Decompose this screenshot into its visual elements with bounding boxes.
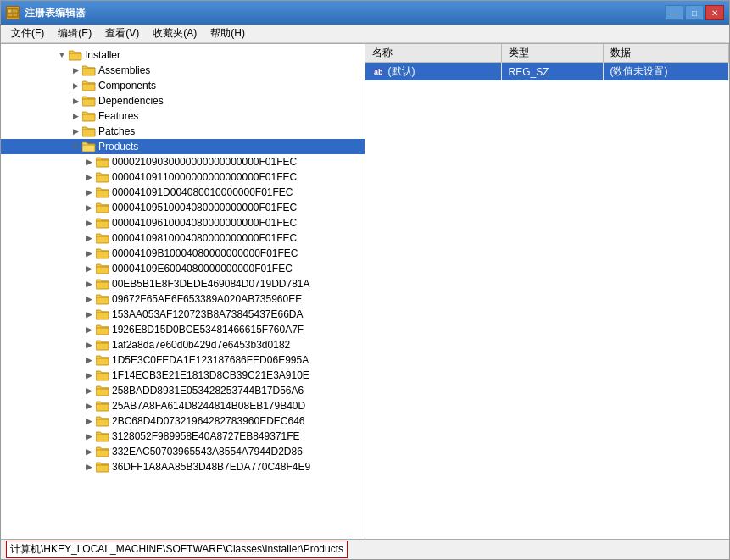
folder-icon-product-9 (96, 293, 109, 305)
folder-icon-product-4 (96, 217, 109, 229)
product-items-container: ▶ 00002109030000000000000000F01FEC ▶ 000… (1, 154, 365, 474)
tree-item-product-20[interactable]: ▶ 36DFF1A8AA85B3D48B7EDA770C48F4E9 (1, 459, 365, 474)
expander-product-16[interactable]: ▶ (82, 398, 96, 413)
tree-item-product-14[interactable]: ▶ 1F14ECB3E21E1813D8CB39C21E3A910E (1, 368, 365, 383)
expander-product-15[interactable]: ▶ (82, 383, 96, 398)
expander-product-14[interactable]: ▶ (82, 368, 96, 383)
folder-icon-product-14 (96, 369, 109, 381)
expander-products[interactable]: ▼ (69, 139, 82, 154)
expander-product-12[interactable]: ▶ (82, 337, 96, 352)
col-name: 名称 (365, 44, 501, 63)
expander-assemblies[interactable]: ▶ (69, 63, 82, 78)
expander-product-7[interactable]: ▶ (82, 261, 96, 276)
expander-features[interactable]: ▶ (69, 108, 82, 124)
col-data: 数据 (603, 44, 729, 63)
tree-item-dependencies[interactable]: ▶ Dependencies (1, 93, 365, 108)
tree-label-product-10: 153AA053AF120723B8A73845437E66DA (112, 308, 304, 320)
tree-item-product-10[interactable]: ▶ 153AA053AF120723B8A73845437E66DA (1, 307, 365, 322)
tree-label-product-5: 00004109810004080000000000F01FEC (112, 232, 297, 244)
tree-label-installer: Installer (85, 49, 120, 61)
expander-dependencies[interactable]: ▶ (69, 93, 82, 108)
tree-label-assemblies: Assemblies (98, 64, 150, 76)
reg-data: (数值未设置) (603, 63, 729, 81)
tree-item-product-1[interactable]: ▶ 00004109110000000000000000F01FEC (1, 169, 365, 185)
folder-icon-product-15 (96, 385, 109, 396)
tree-item-product-4[interactable]: ▶ 00004109610004080000000000F01FEC (1, 215, 365, 230)
tree-label-product-14: 1F14ECB3E21E1813D8CB39C21E3A910E (112, 369, 309, 381)
expander-product-9[interactable]: ▶ (82, 291, 96, 307)
expander-product-10[interactable]: ▶ (82, 307, 96, 322)
tree-item-product-0[interactable]: ▶ 00002109030000000000000000F01FEC (1, 154, 365, 169)
expander-installer[interactable]: ▼ (55, 47, 69, 63)
tree-item-product-11[interactable]: ▶ 1926E8D15D0BCE53481466615F760A7F (1, 322, 365, 337)
window-title: 注册表编辑器 (25, 6, 86, 20)
expander-product-17[interactable]: ▶ (82, 413, 96, 429)
expander-product-0[interactable]: ▶ (82, 154, 96, 169)
tree-item-product-13[interactable]: ▶ 1D5E3C0FEDA1E123187686FED06E995A (1, 352, 365, 368)
folder-icon-products (82, 141, 96, 152)
folder-icon-patches (82, 125, 96, 137)
reg-type: REG_SZ (501, 63, 603, 81)
folder-icon-product-6 (96, 247, 109, 259)
tree-label-components: Components (98, 80, 156, 91)
tree-label-product-9: 09672F65AE6F653389A020AB735960EE (112, 293, 302, 305)
maximize-button[interactable]: □ (685, 5, 704, 20)
folder-icon-product-0 (96, 156, 109, 168)
menu-item-查看V[interactable]: 查看(V) (98, 25, 146, 42)
tree-label-product-0: 00002109030000000000000000F01FEC (112, 156, 297, 168)
tree-item-features[interactable]: ▶ Features (1, 108, 365, 124)
tree-item-product-7[interactable]: ▶ 00004109E6004080000000000F01FEC (1, 261, 365, 276)
expander-product-2[interactable]: ▶ (82, 185, 96, 200)
close-button[interactable]: ✕ (705, 5, 724, 20)
main-content: ▼ Installer ▶ (1, 43, 729, 539)
tree-item-product-6[interactable]: ▶ 00004109B10004080000000000F01FEC (1, 246, 365, 261)
tree-item-product-19[interactable]: ▶ 332EAC50703965543A8554A7944D2D86 (1, 444, 365, 459)
tree-panel[interactable]: ▼ Installer ▶ (1, 44, 365, 539)
tree-item-product-18[interactable]: ▶ 3128052F989958E40A8727EB849371FE (1, 429, 365, 444)
tree-item-patches[interactable]: ▶ Patches (1, 124, 365, 139)
registry-table: 名称 类型 数据 ab (默认) REG_SZ (365, 44, 729, 80)
menu-item-帮助H[interactable]: 帮助(H) (203, 25, 252, 42)
tree-item-product-2[interactable]: ▶ 000041091D004080010000000F01FEC (1, 185, 365, 200)
expander-product-20[interactable]: ▶ (82, 459, 96, 474)
expander-product-1[interactable]: ▶ (82, 169, 96, 185)
expander-product-3[interactable]: ▶ (82, 200, 96, 215)
menu-item-文件F[interactable]: 文件(F) (4, 25, 51, 42)
tree-item-products[interactable]: ▼ Products (1, 139, 365, 154)
expander-product-5[interactable]: ▶ (82, 230, 96, 246)
tree-item-product-5[interactable]: ▶ 00004109810004080000000000F01FEC (1, 230, 365, 246)
expander-product-19[interactable]: ▶ (82, 444, 96, 459)
menu-item-收藏夹A[interactable]: 收藏夹(A) (146, 25, 203, 42)
tree-item-installer[interactable]: ▼ Installer (1, 47, 365, 63)
folder-icon-product-13 (96, 354, 109, 366)
expander-product-8[interactable]: ▶ (82, 276, 96, 291)
minimize-button[interactable]: — (665, 5, 683, 20)
tree-item-product-12[interactable]: ▶ 1af2a8da7e60d0b429d7e6453b3d0182 (1, 337, 365, 352)
main-window: 注册表编辑器 — □ ✕ 文件(F)编辑(E)查看(V)收藏夹(A)帮助(H) … (0, 0, 730, 560)
expander-product-13[interactable]: ▶ (82, 352, 96, 368)
tree-item-components[interactable]: ▶ Components (1, 78, 365, 93)
svg-rect-2 (12, 9, 18, 13)
expander-components[interactable]: ▶ (69, 78, 82, 93)
expander-product-18[interactable]: ▶ (82, 429, 96, 444)
folder-icon-product-12 (96, 339, 109, 351)
tree-item-product-8[interactable]: ▶ 00EB5B1E8F3DEDE469084D0719DD781A (1, 276, 365, 291)
expander-product-6[interactable]: ▶ (82, 246, 96, 261)
tree-item-product-9[interactable]: ▶ 09672F65AE6F653389A020AB735960EE (1, 291, 365, 307)
tree-item-product-17[interactable]: ▶ 2BC68D4D07321964282783960EDEC646 (1, 413, 365, 429)
tree-item-product-16[interactable]: ▶ 25AB7A8FA614D8244814B08EB179B40D (1, 398, 365, 413)
expander-product-11[interactable]: ▶ (82, 322, 96, 337)
tree-label-product-18: 3128052F989958E40A8727EB849371FE (112, 430, 300, 442)
right-panel[interactable]: 名称 类型 数据 ab (默认) REG_SZ (365, 44, 729, 539)
expander-patches[interactable]: ▶ (69, 124, 82, 139)
tree-item-product-3[interactable]: ▶ 00004109510004080000000000F01FEC (1, 200, 365, 215)
svg-rect-1 (8, 9, 12, 13)
tree-item-assemblies[interactable]: ▶ Assemblies (1, 63, 365, 78)
tree-label-dependencies: Dependencies (98, 95, 164, 107)
table-row[interactable]: ab (默认) REG_SZ (数值未设置) (365, 63, 729, 81)
folder-icon-product-8 (96, 278, 109, 290)
expander-product-4[interactable]: ▶ (82, 215, 96, 230)
menu-item-编辑E[interactable]: 编辑(E) (51, 25, 98, 42)
tree-item-product-15[interactable]: ▶ 258BADD8931E053428253744B17D56A6 (1, 383, 365, 398)
folder-icon-product-10 (96, 308, 109, 320)
